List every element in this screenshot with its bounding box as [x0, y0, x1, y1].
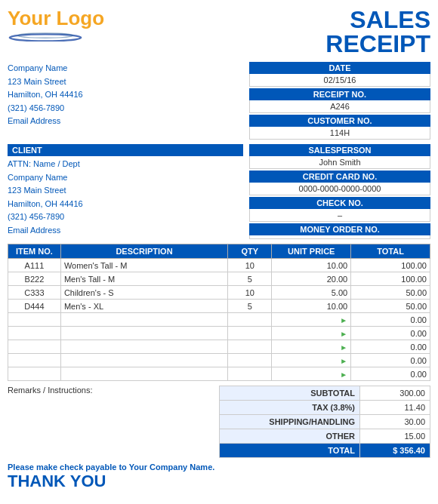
- cell-unit-price: ►: [272, 367, 351, 381]
- sales-title: SALES: [325, 8, 430, 32]
- col-item-no: ITEM NO.: [8, 244, 61, 259]
- tax-value: 11.40: [360, 401, 430, 415]
- totals-table: SUBTOTAL 300.00 TAX (3.8%) 11.40 SHIPPIN…: [219, 386, 430, 458]
- table-row: ► 0.00: [8, 327, 430, 340]
- cell-qty: 5: [228, 300, 272, 313]
- table-row: C333 Children's - S 10 5.00 50.00: [8, 286, 430, 300]
- cell-total: 0.00: [351, 354, 430, 367]
- right-meta-stack: SALESPERSON John Smith CREDIT CARD NO. 0…: [249, 144, 430, 239]
- cell-qty: 10: [228, 259, 272, 272]
- credit-card-value: 0000-0000-0000-0000: [249, 183, 430, 195]
- client-email: Email Address: [8, 224, 243, 238]
- cell-unit-price: ►: [272, 354, 351, 367]
- other-label: OTHER: [220, 429, 360, 444]
- cell-unit-price: 10.00: [272, 259, 351, 272]
- cell-unit-price: ►: [272, 340, 351, 354]
- items-table: ITEM NO. DESCRIPTION QTY UNIT PRICE TOTA…: [8, 244, 430, 381]
- col-total: TOTAL: [351, 244, 430, 259]
- cell-description: Women's Tall - M: [60, 259, 227, 272]
- client-info: ATTN: Name / Dept Company Name 123 Main …: [8, 156, 243, 239]
- receipt-no-value: A246: [249, 100, 430, 113]
- check-no-label: CHECK NO.: [249, 197, 430, 209]
- cell-description: Children's - S: [60, 286, 227, 300]
- cell-total: 50.00: [351, 286, 430, 300]
- cell-total: 0.00: [351, 367, 430, 381]
- total-row: TOTAL $ 356.40: [220, 444, 430, 458]
- cell-item-no: B222: [8, 272, 61, 286]
- cell-unit-price: 10.00: [272, 300, 351, 313]
- client-box: CLIENT ATTN: Name / Dept Company Name 12…: [8, 144, 243, 239]
- subtotal-row: SUBTOTAL 300.00: [220, 386, 430, 401]
- cell-item-no: [8, 340, 61, 354]
- cell-unit-price: ►: [272, 327, 351, 340]
- cell-item-no: [8, 354, 61, 367]
- info-section: Company Name 123 Main Street Hamilton, O…: [8, 62, 430, 140]
- company-name: Company Name: [8, 62, 83, 75]
- remarks-label: Remarks / Instructions:: [8, 386, 92, 395]
- client-phone: (321) 456-7890: [8, 211, 243, 224]
- cell-qty: [228, 340, 272, 354]
- green-arrow-icon: ►: [340, 357, 347, 365]
- cell-item-no: [8, 327, 61, 340]
- cell-item-no: C333: [8, 286, 61, 300]
- money-order-label: MONEY ORDER NO.: [249, 223, 430, 235]
- cell-qty: 5: [228, 272, 272, 286]
- total-value: $ 356.40: [360, 444, 430, 458]
- company-info: Company Name 123 Main Street Hamilton, O…: [8, 62, 83, 140]
- cell-total: 0.00: [351, 327, 430, 340]
- cell-qty: [228, 313, 272, 327]
- thank-you: THANK YOU: [8, 472, 214, 491]
- cell-item-no: [8, 313, 61, 327]
- client-name: Company Name: [8, 171, 243, 185]
- other-value: 15.00: [360, 429, 430, 444]
- salesperson-label: SALESPERSON: [249, 144, 430, 156]
- customer-no-value: 114H: [249, 127, 430, 140]
- green-arrow-icon: ►: [340, 316, 347, 324]
- cell-total: 0.00: [351, 313, 430, 327]
- cell-description: [60, 354, 227, 367]
- cell-description: Men's Tall - M: [60, 272, 227, 286]
- credit-card-label: CREDIT CARD NO.: [249, 171, 430, 183]
- footer-section: Please make check payable to Your Compan…: [8, 463, 430, 491]
- col-qty: QTY: [228, 244, 272, 259]
- table-row: ► 0.00: [8, 340, 430, 354]
- green-arrow-icon: ►: [340, 370, 347, 379]
- col-description: DESCRIPTION: [60, 244, 227, 259]
- payment-note: Please make check payable to Your Compan…: [8, 463, 214, 472]
- cell-unit-price: 5.00: [272, 286, 351, 300]
- cell-qty: [228, 327, 272, 340]
- company-phone: (321) 456-7890: [8, 102, 83, 115]
- cell-item-no: A111: [8, 259, 61, 272]
- table-row: ► 0.00: [8, 313, 430, 327]
- cell-description: [60, 327, 227, 340]
- client-salesperson-section: CLIENT ATTN: Name / Dept Company Name 12…: [8, 144, 430, 239]
- receipt-title: RECEIPT: [325, 32, 430, 56]
- total-amount: 356.40: [399, 446, 425, 455]
- green-arrow-icon: ►: [340, 330, 347, 338]
- cell-total: 50.00: [351, 300, 430, 313]
- logo-text: Your Logo: [8, 8, 104, 29]
- cell-unit-price: ►: [272, 313, 351, 327]
- table-row: D444 Men's - XL 5 10.00 50.00: [8, 300, 430, 313]
- client-attn: ATTN: Name / Dept: [8, 158, 243, 171]
- total-label: TOTAL: [220, 444, 360, 458]
- cell-item-no: [8, 367, 61, 381]
- cell-unit-price: 20.00: [272, 272, 351, 286]
- customer-no-label: CUSTOMER NO.: [249, 115, 430, 127]
- remarks-section: Remarks / Instructions:: [8, 386, 219, 395]
- cell-qty: [228, 367, 272, 381]
- cell-description: Men's - XL: [60, 300, 227, 313]
- total-symbol: $: [393, 446, 397, 455]
- table-row: ► 0.00: [8, 367, 430, 381]
- payment-note-text: Please make check payable to: [8, 463, 127, 472]
- client-header: CLIENT: [8, 144, 243, 156]
- tax-row: TAX (3.8%) 11.40: [220, 401, 430, 415]
- cell-total: 100.00: [351, 259, 430, 272]
- logo-area: Your Logo: [8, 8, 104, 41]
- client-address1: 123 Main Street: [8, 184, 243, 198]
- cell-qty: 10: [228, 286, 272, 300]
- cell-description: [60, 340, 227, 354]
- cell-description: [60, 313, 227, 327]
- date-label: DATE: [249, 62, 430, 74]
- company-address2: Hamilton, OH 44416: [8, 88, 83, 102]
